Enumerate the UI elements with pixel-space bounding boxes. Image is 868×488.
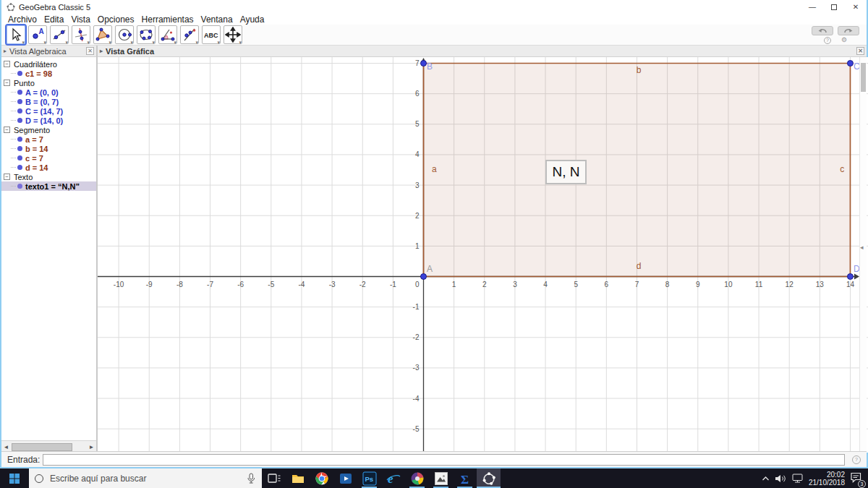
visibility-dot-icon[interactable] bbox=[17, 71, 22, 76]
collapse-icon[interactable]: − bbox=[4, 127, 10, 133]
scroll-left-icon[interactable]: ◄ bbox=[1, 444, 11, 450]
menu-herramientas[interactable]: Herramientas bbox=[138, 14, 197, 25]
tree-item[interactable]: b = 14 bbox=[1, 144, 96, 153]
circle-tool[interactable]: ▾ bbox=[115, 25, 134, 44]
tree-item[interactable]: texto1 = “N,N” bbox=[1, 181, 96, 191]
svg-text:12: 12 bbox=[786, 281, 794, 288]
tree-item[interactable]: a = 7 bbox=[1, 134, 96, 144]
visibility-dot-icon[interactable] bbox=[17, 118, 22, 123]
visibility-dot-icon[interactable] bbox=[17, 184, 22, 189]
graphics-canvas[interactable]: -10-9-8-7-6-5-4-3-2-11234567891011121314… bbox=[98, 57, 868, 453]
menu-edita[interactable]: Edita bbox=[41, 14, 67, 25]
visibility-dot-icon[interactable] bbox=[17, 165, 22, 170]
tool-dropdown-icon[interactable]: ▾ bbox=[109, 40, 111, 45]
tray-chevron-icon[interactable] bbox=[762, 476, 770, 481]
algebra-close-icon[interactable]: ✕ bbox=[86, 47, 94, 55]
tool-dropdown-icon[interactable]: ▾ bbox=[43, 40, 46, 45]
svg-text:-1: -1 bbox=[390, 281, 396, 288]
gear-icon[interactable]: ⚙ bbox=[841, 37, 847, 44]
visibility-dot-icon[interactable] bbox=[17, 155, 22, 160]
color-wheel-app-icon[interactable] bbox=[405, 468, 429, 488]
redo-button[interactable] bbox=[838, 26, 859, 35]
panel-arrow-icon[interactable]: ▸ bbox=[4, 48, 7, 54]
tool-dropdown-icon[interactable]: ▾ bbox=[130, 40, 133, 45]
undo-button[interactable] bbox=[812, 26, 833, 35]
visibility-dot-icon[interactable] bbox=[17, 146, 22, 151]
menu-opciones[interactable]: Opciones bbox=[94, 14, 138, 25]
scroll-right-icon[interactable]: ► bbox=[87, 444, 96, 450]
menu-ayuda[interactable]: Ayuda bbox=[237, 14, 268, 25]
action-center-icon[interactable]: 3 bbox=[850, 471, 862, 486]
tree-group[interactable]: −Cuadrilátero bbox=[1, 59, 96, 69]
tool-dropdown-icon[interactable]: ▾ bbox=[217, 40, 220, 45]
tool-dropdown-icon[interactable]: ▾ bbox=[22, 40, 25, 45]
microphone-icon[interactable] bbox=[246, 472, 256, 484]
help-icon[interactable]: ? bbox=[824, 37, 831, 44]
tool-dropdown-icon[interactable]: ▾ bbox=[65, 40, 68, 45]
angle-tool[interactable]: ▾ bbox=[158, 25, 177, 44]
tree-item[interactable]: d = 14 bbox=[1, 163, 96, 172]
geogebra-icon[interactable] bbox=[477, 468, 501, 488]
speaker-icon[interactable] bbox=[775, 474, 787, 484]
graphics-vscrollbar[interactable]: ◂ bbox=[859, 57, 867, 453]
menu-archivo[interactable]: Archivo bbox=[4, 14, 41, 25]
sigma-app-icon[interactable]: Σ bbox=[453, 468, 477, 488]
svg-text:-5: -5 bbox=[268, 281, 274, 288]
tree-item[interactable]: B = (0, 7) bbox=[1, 97, 96, 106]
line-tool[interactable]: ▾ bbox=[50, 25, 69, 44]
visibility-dot-icon[interactable] bbox=[17, 99, 22, 104]
close-button[interactable]: ✕ bbox=[845, 0, 867, 14]
maximize-button[interactable] bbox=[823, 0, 845, 14]
tool-dropdown-icon[interactable]: ▾ bbox=[195, 40, 198, 45]
menu-ventana[interactable]: Ventana bbox=[197, 14, 237, 25]
conic-tool[interactable]: ▾ bbox=[137, 25, 156, 44]
scrollbar-thumb[interactable] bbox=[12, 443, 72, 451]
tree-group[interactable]: −Punto bbox=[1, 78, 96, 87]
taskbar-search-box[interactable]: Escribe aquí para buscar bbox=[29, 468, 262, 488]
svg-text:-1: -1 bbox=[413, 303, 420, 311]
tree-item[interactable]: c = 7 bbox=[1, 153, 96, 163]
tree-item[interactable]: A = (0, 0) bbox=[1, 87, 96, 97]
start-button[interactable] bbox=[0, 468, 29, 488]
file-explorer-icon[interactable] bbox=[286, 468, 310, 488]
visibility-dot-icon[interactable] bbox=[17, 90, 22, 95]
collapse-icon[interactable]: − bbox=[4, 61, 10, 67]
algebra-input-field[interactable] bbox=[43, 454, 845, 466]
move-graphics-view-tool[interactable]: ▾ bbox=[224, 25, 242, 44]
clock[interactable]: 20:02 21/10/2018 bbox=[809, 471, 845, 487]
collapse-icon[interactable]: − bbox=[4, 80, 10, 86]
tree-group[interactable]: −Texto bbox=[1, 172, 96, 181]
collapse-panel-icon[interactable]: ◂ bbox=[860, 244, 864, 251]
graphics-close-icon[interactable]: ✕ bbox=[856, 47, 864, 55]
polygon-tool[interactable]: ▾ bbox=[93, 25, 112, 44]
tree-item[interactable]: D = (14, 0) bbox=[1, 116, 96, 125]
text-tool[interactable]: ABC ▾ bbox=[202, 25, 221, 44]
input-help-icon[interactable]: ? bbox=[852, 455, 861, 464]
photos-icon[interactable] bbox=[429, 468, 453, 488]
point-tool[interactable]: A ▾ bbox=[28, 25, 47, 44]
tool-dropdown-icon[interactable]: ▾ bbox=[87, 40, 90, 45]
text-object-texto1[interactable]: N, N bbox=[545, 160, 587, 184]
photoshop-icon[interactable]: Ps bbox=[357, 468, 381, 488]
tool-dropdown-icon[interactable]: ▾ bbox=[239, 40, 242, 45]
menu-vista[interactable]: Vista bbox=[67, 14, 93, 25]
task-view-icon[interactable] bbox=[262, 468, 286, 488]
minimize-button[interactable]: — bbox=[801, 0, 823, 14]
network-icon[interactable] bbox=[792, 473, 804, 484]
tree-group[interactable]: −Segmento bbox=[1, 125, 96, 134]
tree-item[interactable]: C = (14, 7) bbox=[1, 106, 96, 116]
visibility-dot-icon[interactable] bbox=[17, 137, 22, 142]
tool-dropdown-icon[interactable]: ▾ bbox=[174, 40, 176, 45]
visibility-dot-icon[interactable] bbox=[17, 108, 22, 114]
collapse-icon[interactable]: − bbox=[4, 174, 10, 180]
tree-item[interactable]: c1 = 98 bbox=[1, 69, 96, 78]
perpendicular-line-tool[interactable]: ▾ bbox=[72, 25, 90, 44]
chrome-icon[interactable] bbox=[310, 468, 333, 488]
internet-explorer-icon[interactable]: e bbox=[381, 468, 405, 488]
tool-dropdown-icon[interactable]: ▾ bbox=[152, 40, 155, 45]
panel-arrow-icon[interactable]: ▸ bbox=[100, 48, 103, 54]
movies-tv-icon[interactable] bbox=[333, 468, 357, 488]
reflect-tool[interactable]: ▾ bbox=[180, 25, 199, 44]
scrollbar-thumb[interactable] bbox=[861, 63, 866, 92]
move-tool[interactable]: ▾ bbox=[7, 25, 25, 44]
